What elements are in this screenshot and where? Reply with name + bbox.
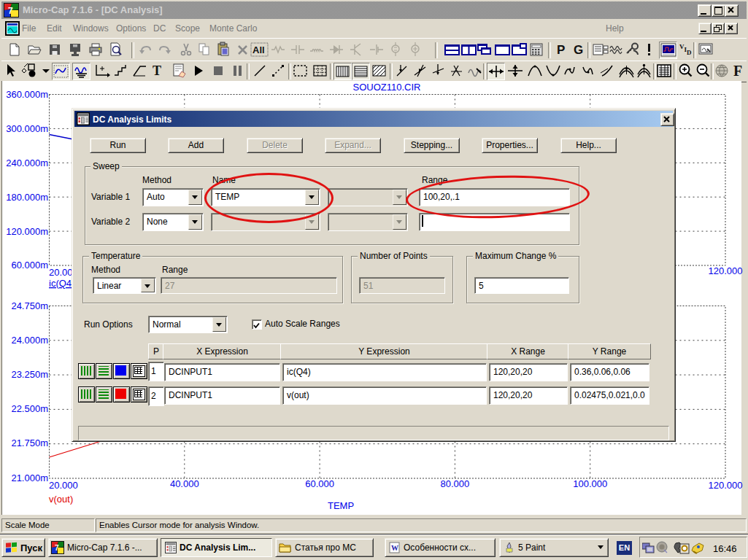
svg-text:60.000: 60.000 (305, 478, 334, 489)
svg-text:180.000m: 180.000m (6, 192, 48, 203)
svg-text:SOUOZ110.CIR: SOUOZ110.CIR (353, 82, 421, 93)
svg-text:v(out): v(out) (49, 494, 73, 505)
svg-text:300.000m: 300.000m (6, 123, 48, 134)
svg-text:21.000m: 21.000m (11, 472, 48, 483)
svg-text:TEMP: TEMP (328, 500, 354, 511)
svg-text:20.000: 20.000 (49, 480, 78, 491)
svg-text:80.000: 80.000 (441, 478, 470, 489)
svg-text:23.250m: 23.250m (11, 369, 48, 380)
svg-text:360.000m: 360.000m (6, 89, 48, 100)
svg-text:24.000m: 24.000m (11, 335, 48, 346)
svg-text:120.000: 120.000 (709, 480, 743, 491)
svg-text:22.500m: 22.500m (11, 403, 48, 414)
svg-text:60.000m: 60.000m (11, 260, 48, 271)
svg-text:40.000: 40.000 (170, 478, 199, 489)
svg-text:24.750m: 24.750m (11, 300, 48, 311)
svg-text:240.000m: 240.000m (6, 158, 48, 168)
svg-text:21.750m: 21.750m (11, 438, 48, 448)
svg-text:120.000: 120.000 (709, 265, 743, 276)
svg-text:120.000m: 120.000m (6, 226, 48, 237)
svg-text:100.000: 100.000 (573, 478, 607, 489)
